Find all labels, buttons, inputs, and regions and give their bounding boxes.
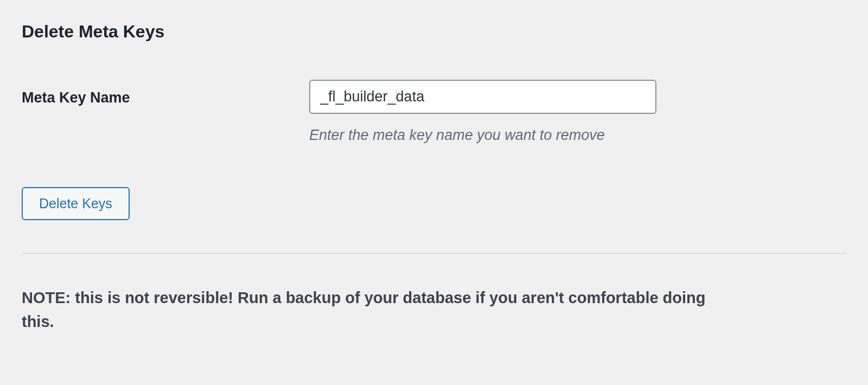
meta-key-row: Meta Key Name Enter the meta key name yo… (22, 80, 846, 144)
meta-key-field-wrapper: Enter the meta key name you want to remo… (309, 80, 846, 144)
warning-note: NOTE: this is not reversible! Run a back… (22, 286, 727, 333)
meta-key-description: Enter the meta key name you want to remo… (309, 127, 846, 144)
section-divider (22, 253, 846, 254)
delete-keys-button[interactable]: Delete Keys (22, 187, 130, 220)
section-heading: Delete Meta Keys (22, 22, 846, 42)
meta-key-label: Meta Key Name (22, 80, 309, 106)
meta-key-input[interactable] (309, 80, 656, 114)
